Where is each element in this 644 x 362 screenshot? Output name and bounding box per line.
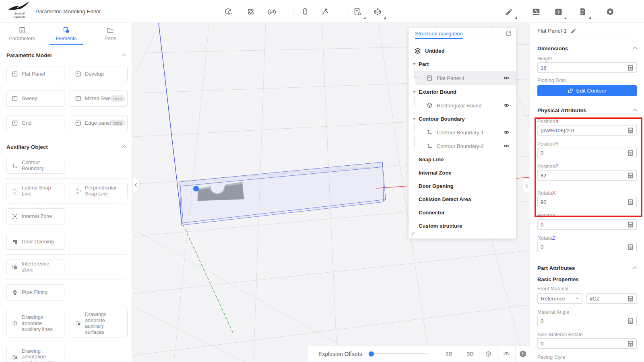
rotate-y-input[interactable]: 0: [537, 219, 637, 230]
tree-group-part[interactable]: Part: [409, 58, 516, 71]
package-button[interactable]: [372, 6, 383, 17]
element-mitred-sweep-button[interactable]: Mitred Sweep beta: [70, 90, 128, 107]
warnings-button[interactable]: !: [515, 346, 530, 362]
expand-triangle-icon[interactable]: [413, 118, 416, 120]
tree-item-rectangular-bound[interactable]: Rectangular Bound: [415, 99, 516, 112]
element-grid-button[interactable]: Grid: [6, 115, 64, 131]
swap-button[interactable]: (⇄): [266, 6, 277, 17]
aux-drawings-annotate-surfaces-button[interactable]: Drawings annotate auxiliary surfaces: [70, 310, 128, 337]
expand-triangle-icon[interactable]: [413, 63, 416, 65]
element-develop-button[interactable]: Develop: [70, 66, 128, 82]
export-document-button[interactable]: [352, 6, 363, 17]
share-button[interactable]: [320, 6, 330, 17]
activity-monitor-button[interactable]: [531, 6, 541, 17]
material-angle-input[interactable]: 0: [537, 316, 637, 326]
tree-item-contour-boundary-2[interactable]: Contour Boundary-2: [415, 139, 516, 153]
slider-handle[interactable]: [369, 351, 374, 356]
tree-item-contour-boundary-1[interactable]: Contour Boundary-1: [415, 125, 516, 139]
collapse-chevron-icon[interactable]: [122, 145, 126, 150]
element-edge-panel-button[interactable]: Edge panel beta: [70, 115, 128, 131]
formula-calculator-icon[interactable]: [627, 296, 634, 302]
formula-calculator-icon[interactable]: [627, 173, 634, 179]
formula-calculator-icon[interactable]: [627, 222, 634, 228]
formula-calculator-icon[interactable]: [627, 318, 634, 324]
tree-group-snap-line[interactable]: Snap Line: [409, 153, 516, 166]
tab-parameters[interactable]: Parameters: [0, 23, 44, 45]
svg-text:?: ?: [557, 9, 560, 14]
tree-group-collision-detect-area[interactable]: Collision Detect Area: [409, 193, 516, 206]
expand-triangle-icon[interactable]: [413, 91, 416, 93]
formula-calculator-icon[interactable]: [627, 65, 634, 71]
side-material-rotate-input[interactable]: 0: [537, 338, 637, 349]
visibility-eye-icon[interactable]: [503, 75, 510, 81]
formula-calculator-icon[interactable]: [627, 150, 634, 156]
tab-parts[interactable]: Parts: [88, 23, 132, 45]
model-library-button[interactable]: [223, 6, 234, 17]
aux-lateral-snap-line-button[interactable]: Lateral Snap Line: [6, 183, 64, 199]
part-attributes-section-header[interactable]: Part Attributes: [537, 263, 637, 273]
position-x-input[interactable]: (#W%106)/2.0: [537, 125, 637, 136]
collapse-chevron-icon[interactable]: [633, 47, 637, 51]
aux-drawing-annotation-solids-button[interactable]: Drawing annotation auxiliary solids: [6, 346, 64, 362]
section-auxiliary-object[interactable]: Auxiliary Object: [0, 141, 132, 153]
tab-elements[interactable]: Elements: [44, 23, 89, 45]
tree-group-exterior-bound[interactable]: Exterior Bound: [409, 85, 516, 99]
panel-resize-handle[interactable]: [411, 232, 416, 237]
tree-group-connector[interactable]: Connector: [409, 206, 516, 219]
link-button[interactable]: [300, 6, 310, 17]
position-y-input[interactable]: 0: [537, 148, 637, 158]
formula-calculator-icon[interactable]: [627, 199, 634, 205]
collapse-right-panel-handle[interactable]: [523, 179, 530, 193]
tree-root-untitled[interactable]: Untitled: [409, 44, 516, 58]
aux-door-opening-button[interactable]: Door Opening: [6, 234, 64, 250]
view-3d-button[interactable]: 3D: [461, 346, 479, 362]
element-flat-panel-button[interactable]: Flat Panel: [6, 66, 64, 82]
pop-out-icon[interactable]: [506, 31, 512, 37]
visibility-eye-icon[interactable]: [503, 102, 510, 109]
explosion-offsets-slider[interactable]: [368, 346, 431, 362]
settings-button[interactable]: [605, 6, 615, 17]
front-material-input[interactable]: #CZ: [586, 293, 637, 304]
physical-attributes-section-header[interactable]: Physical Attributes: [537, 105, 637, 115]
tree-item-flat-panel-1[interactable]: Flat Panel-1: [415, 71, 516, 85]
formula-calculator-icon[interactable]: [627, 244, 634, 250]
formula-calculator-icon[interactable]: [627, 128, 634, 134]
aux-internal-zone-button[interactable]: Internal Zone: [6, 208, 64, 224]
formula-calculator-icon[interactable]: [627, 341, 634, 347]
position-z-input[interactable]: 82: [537, 170, 637, 181]
collapse-chevron-icon[interactable]: [633, 266, 637, 271]
rename-pencil-icon[interactable]: [570, 28, 576, 34]
aux-perpendicular-snap-line-button[interactable]: Perpendicular Snap Line: [70, 183, 128, 199]
visibility-eye-icon[interactable]: [503, 129, 510, 136]
visibility-button[interactable]: [497, 346, 515, 362]
help-button[interactable]: ?: [553, 6, 564, 17]
slider-track[interactable]: [368, 353, 428, 354]
tree-group-internal-zone[interactable]: Internal Zone: [409, 166, 516, 179]
rotate-x-input[interactable]: 90: [537, 197, 637, 207]
aux-contour-boundary-button[interactable]: Contour Boundary: [6, 158, 64, 174]
tree-group-contour-boundary[interactable]: Contour Boundary: [409, 112, 516, 125]
collapse-left-sidebar-handle[interactable]: [133, 178, 140, 192]
dimensions-section-header[interactable]: Dimensions: [537, 43, 637, 53]
aux-pipe-fitting-button[interactable]: Pipe Fitting: [6, 284, 64, 300]
rotate-z-input[interactable]: 0: [537, 242, 637, 252]
isometric-cube-button[interactable]: [479, 346, 497, 362]
section-parametric-model[interactable]: Parametric Model: [0, 49, 132, 61]
front-material-mode-select[interactable]: Reference: [537, 293, 582, 304]
collapse-chevron-icon[interactable]: [122, 53, 126, 58]
aux-drawings-annotate-lines-button[interactable]: Drawings annotate auxiliary lines: [6, 310, 64, 337]
tree-group-door-opening[interactable]: Door Opening: [409, 179, 516, 193]
tree-group-custom-structure[interactable]: Custom structure: [409, 219, 516, 232]
aux-interference-zone-button[interactable]: Interference Zone: [6, 259, 64, 275]
visibility-eye-icon[interactable]: [503, 143, 510, 149]
edit-mode-button[interactable]: [504, 6, 514, 17]
height-input[interactable]: 18: [537, 62, 637, 73]
nav-panel-title[interactable]: Structural navigation: [415, 31, 463, 39]
collapse-chevron-icon[interactable]: [633, 109, 637, 113]
edit-contour-button[interactable]: Edit Contour: [537, 85, 637, 96]
boolean-knot-button[interactable]: [246, 6, 256, 17]
release-notes-button[interactable]: [578, 6, 588, 17]
view-2d-button[interactable]: 2D: [437, 346, 461, 362]
plotting-dot[interactable]: [193, 186, 199, 191]
element-sweep-button[interactable]: Sweep: [6, 90, 64, 107]
